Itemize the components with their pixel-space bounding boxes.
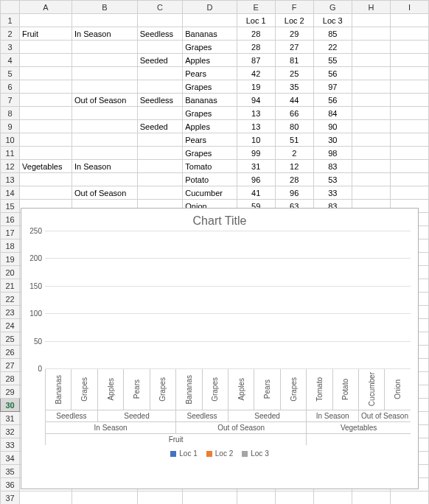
- row-header[interactable]: 26: [1, 346, 20, 359]
- cell[interactable]: Bananas: [183, 94, 237, 107]
- cell[interactable]: [20, 491, 72, 505]
- col-header[interactable]: D: [183, 1, 237, 14]
- cell[interactable]: 99: [237, 147, 275, 160]
- cell[interactable]: [390, 186, 428, 200]
- row-header[interactable]: 30: [1, 399, 20, 412]
- cell[interactable]: [72, 173, 138, 186]
- cell[interactable]: Cucumber: [183, 186, 237, 200]
- cell[interactable]: Pears: [183, 133, 237, 147]
- cell[interactable]: [390, 491, 428, 505]
- row-header[interactable]: 20: [1, 266, 20, 279]
- cell[interactable]: [352, 54, 390, 67]
- cell[interactable]: [390, 173, 428, 186]
- cell[interactable]: [390, 41, 428, 54]
- cell[interactable]: Bananas: [183, 27, 237, 41]
- col-header[interactable]: E: [237, 1, 275, 14]
- cell[interactable]: 80: [275, 120, 313, 133]
- row-header[interactable]: 9: [1, 120, 20, 133]
- cell[interactable]: [352, 133, 390, 147]
- cell[interactable]: [352, 120, 390, 133]
- row[interactable]: 6Grapes193597: [1, 80, 429, 94]
- cell[interactable]: [390, 94, 428, 107]
- cell[interactable]: Apples: [183, 120, 237, 133]
- col-header[interactable]: G: [313, 1, 352, 14]
- cell[interactable]: [72, 120, 138, 133]
- cell[interactable]: [352, 491, 390, 505]
- cell[interactable]: [72, 41, 138, 54]
- cell[interactable]: Fruit: [20, 27, 72, 41]
- cell[interactable]: [183, 14, 237, 27]
- cell[interactable]: [137, 491, 183, 505]
- cell[interactable]: Loc 3: [313, 14, 352, 27]
- cell[interactable]: Grapes: [183, 107, 237, 120]
- cell[interactable]: [72, 54, 138, 67]
- cell[interactable]: [390, 160, 428, 173]
- cell[interactable]: [137, 41, 183, 54]
- cell[interactable]: 56: [313, 67, 352, 80]
- row-header[interactable]: 10: [1, 133, 20, 147]
- select-all-corner[interactable]: [1, 1, 20, 14]
- cell[interactable]: 94: [237, 94, 275, 107]
- cell[interactable]: 13: [237, 107, 275, 120]
- cell[interactable]: Vegetables: [20, 160, 72, 173]
- cell[interactable]: 10: [237, 133, 275, 147]
- cell[interactable]: 85: [313, 27, 352, 41]
- row[interactable]: 11Grapes99298: [1, 147, 429, 160]
- cell[interactable]: [20, 147, 72, 160]
- cell[interactable]: 56: [313, 94, 352, 107]
- cell[interactable]: 83: [313, 160, 352, 173]
- row-header[interactable]: 2: [1, 27, 20, 41]
- cell[interactable]: [20, 186, 72, 200]
- cell[interactable]: [20, 120, 72, 133]
- cell[interactable]: 33: [313, 186, 352, 200]
- cell[interactable]: [352, 147, 390, 160]
- col-header[interactable]: B: [72, 1, 138, 14]
- cell[interactable]: [390, 120, 428, 133]
- cell[interactable]: [390, 107, 428, 120]
- cell[interactable]: [275, 491, 313, 505]
- cell[interactable]: [352, 94, 390, 107]
- cell[interactable]: [137, 186, 183, 200]
- row-header[interactable]: 36: [1, 478, 20, 491]
- cell[interactable]: 84: [313, 107, 352, 120]
- row-header[interactable]: 3: [1, 41, 20, 54]
- cell[interactable]: Out of Season: [72, 94, 138, 107]
- cell[interactable]: [20, 14, 72, 27]
- row[interactable]: 5Pears422556: [1, 67, 429, 80]
- cell[interactable]: 87: [237, 54, 275, 67]
- cell[interactable]: 31: [237, 160, 275, 173]
- row[interactable]: 12VegetablesIn SeasonTomato311283: [1, 160, 429, 173]
- cell[interactable]: [352, 80, 390, 94]
- cell[interactable]: Grapes: [183, 147, 237, 160]
- row-header[interactable]: 11: [1, 147, 20, 160]
- cell[interactable]: [72, 67, 138, 80]
- col-header[interactable]: I: [390, 1, 428, 14]
- cell[interactable]: [352, 107, 390, 120]
- cell[interactable]: [352, 41, 390, 54]
- row[interactable]: 10Pears105130: [1, 133, 429, 147]
- row[interactable]: 13Potato962853: [1, 173, 429, 186]
- cell[interactable]: [137, 67, 183, 80]
- cell[interactable]: 12: [275, 160, 313, 173]
- cell[interactable]: [352, 27, 390, 41]
- row-header[interactable]: 33: [1, 438, 20, 452]
- row-header[interactable]: 32: [1, 425, 20, 438]
- row-header[interactable]: 1: [1, 14, 20, 27]
- cell[interactable]: [20, 54, 72, 67]
- cell[interactable]: 81: [275, 54, 313, 67]
- cell[interactable]: [20, 80, 72, 94]
- cell[interactable]: 44: [275, 94, 313, 107]
- cell[interactable]: [137, 160, 183, 173]
- row-header[interactable]: 8: [1, 107, 20, 120]
- cell[interactable]: Potato: [183, 173, 237, 186]
- row-header[interactable]: 5: [1, 67, 20, 80]
- cell[interactable]: [137, 147, 183, 160]
- row[interactable]: 14Out of SeasonCucumber419633: [1, 186, 429, 200]
- col-header[interactable]: C: [137, 1, 183, 14]
- row-header[interactable]: 29: [1, 385, 20, 399]
- row[interactable]: 37: [1, 491, 429, 505]
- cell[interactable]: 28: [275, 173, 313, 186]
- cell[interactable]: [313, 491, 352, 505]
- col-header[interactable]: A: [20, 1, 72, 14]
- cell[interactable]: 98: [313, 147, 352, 160]
